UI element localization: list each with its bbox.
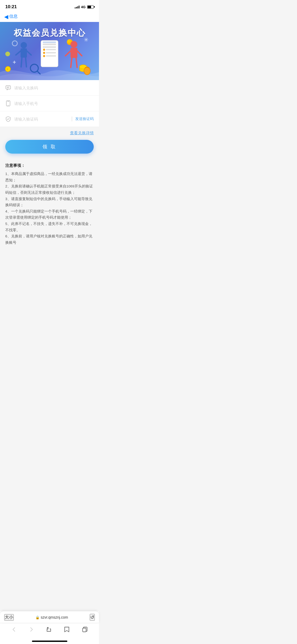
notice-item-3: 3、请直接复制短信中的兑换码，手动输入可能导致兑换码错误；: [5, 196, 94, 208]
svg-point-10: [21, 42, 27, 48]
phone-row: [0, 96, 99, 111]
svg-rect-31: [6, 86, 11, 89]
svg-rect-6: [46, 52, 56, 53]
svg-text:+: +: [13, 59, 16, 66]
svg-rect-2: [43, 46, 56, 48]
notice-item-6: 6、兑换前，请用户核对兑换账号的正确性，如用户兑换账号: [5, 233, 94, 246]
status-icons: 4G: [75, 5, 94, 9]
svg-line-12: [16, 51, 21, 55]
view-details-link[interactable]: 查看兑换详情: [5, 131, 94, 136]
back-arrow-icon: ◀: [4, 14, 8, 19]
status-bar: 10:21 4G: [0, 0, 99, 12]
svg-rect-8: [46, 55, 56, 57]
shield-icon: [5, 116, 11, 122]
svg-rect-1: [43, 44, 56, 45]
svg-line-15: [26, 58, 26, 67]
phone-input[interactable]: [14, 101, 94, 106]
notice-section: 注意事项： 1、本商品属于虚拟商品，一经兑换成功无法退货，请悉知； 2、兑换前请…: [0, 159, 99, 267]
back-label: 信息: [9, 14, 18, 19]
notice-title: 注意事项：: [5, 163, 94, 168]
back-button[interactable]: ◀ 信息: [4, 14, 18, 19]
notice-item-4: 4、一个兑换码只能绑定一个手机号码，一经绑定，下次登录需使用绑定的手机号码才能使…: [5, 208, 94, 221]
svg-point-16: [70, 41, 77, 48]
svg-rect-17: [70, 48, 77, 58]
actions-section: 查看兑换详情 领 取: [0, 127, 99, 159]
svg-line-18: [65, 51, 70, 56]
form-section: 发送验证码: [0, 80, 99, 127]
exchange-code-row: [0, 80, 99, 96]
notice-item-1: 1、本商品属于虚拟商品，一经兑换成功无法退货，请悉知；: [5, 171, 94, 183]
svg-line-20: [71, 58, 72, 67]
chat-icon: [5, 85, 11, 91]
submit-button[interactable]: 领 取: [5, 140, 94, 154]
svg-line-14: [21, 58, 22, 67]
send-code-button[interactable]: 发送验证码: [72, 117, 94, 121]
phone-icon: [5, 100, 11, 106]
status-time: 10:21: [5, 4, 17, 10]
svg-line-21: [76, 58, 77, 67]
nav-bar: ◀ 信息: [0, 12, 99, 22]
svg-rect-9: [43, 42, 56, 43]
notice-content: 1、本商品属于虚拟商品，一经兑换成功无法退货，请悉知； 2、兑换前请确认手机能正…: [5, 171, 94, 246]
exchange-code-input[interactable]: [14, 86, 94, 90]
svg-rect-4: [46, 49, 56, 50]
verify-code-input[interactable]: [14, 117, 69, 121]
banner: 权益会员兑换中心 ✳: [0, 22, 99, 80]
svg-line-19: [77, 51, 82, 56]
banner-illustration: + ¥: [0, 38, 99, 77]
svg-text:¥: ¥: [7, 68, 8, 71]
svg-line-13: [27, 51, 31, 55]
verify-code-row: 发送验证码: [0, 111, 99, 127]
signal-bars-icon: [75, 5, 79, 8]
svg-point-5: [43, 52, 45, 54]
svg-point-35: [8, 105, 8, 105]
svg-point-7: [43, 55, 45, 57]
svg-rect-11: [21, 48, 27, 58]
svg-line-23: [37, 71, 40, 74]
notice-item-5: 5、此券不记名，不挂失，遗失不补，不可兑换现金，不找零。: [5, 221, 94, 233]
notice-item-2: 2、兑换前请确认手机能正常接受来自1069开头的验证码短信，否则无法正常接收短信…: [5, 183, 94, 196]
battery-icon: [87, 5, 94, 9]
network-type: 4G: [81, 5, 86, 9]
svg-point-3: [43, 49, 45, 51]
